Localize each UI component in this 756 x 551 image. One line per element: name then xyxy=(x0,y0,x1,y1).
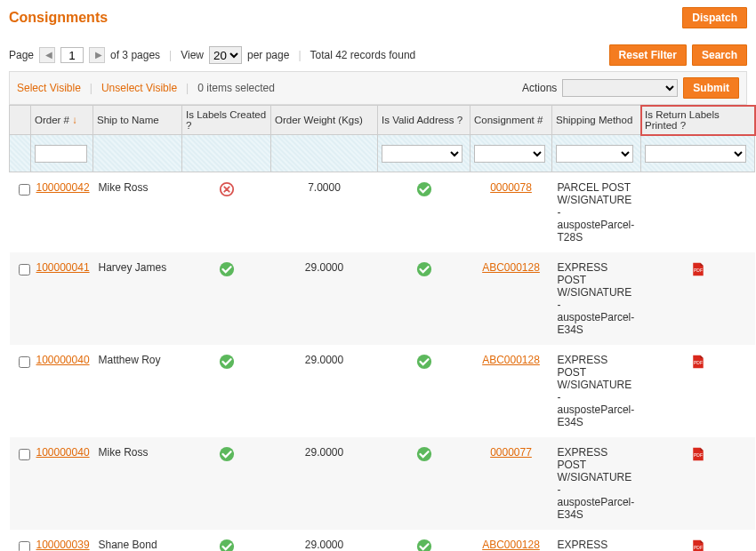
ship-to-cell: Mike Ross xyxy=(93,172,182,253)
return-labels-cell: PDF xyxy=(641,345,755,437)
valid-address-header[interactable]: Is Valid Address ? xyxy=(378,106,470,135)
order-link[interactable]: 100000040 xyxy=(36,446,90,459)
row-checkbox[interactable] xyxy=(19,264,30,276)
check-icon xyxy=(219,446,235,462)
row-checkbox[interactable] xyxy=(19,541,30,551)
check-icon xyxy=(416,261,432,277)
labels-created-cell xyxy=(182,530,271,551)
reset-filter-button[interactable]: Reset Filter xyxy=(609,44,687,66)
labels-created-cell xyxy=(182,172,271,253)
row-checkbox[interactable] xyxy=(19,449,30,460)
prev-page-button[interactable]: ◀ xyxy=(39,47,55,63)
actions-label: Actions xyxy=(522,82,557,94)
order-link[interactable]: 100000039 xyxy=(36,539,90,551)
consignment-link[interactable]: ABC000128 xyxy=(482,354,540,366)
pagination: Page ◀ ▶ of 3 pages | View 20 per page |… xyxy=(9,46,415,64)
total-records-label: Total 42 records found xyxy=(310,49,416,61)
shipping-method-cell: PARCEL POST W/SIGNATURE - ausposteParcel… xyxy=(552,172,641,253)
view-label: View xyxy=(181,49,204,61)
consignment-link[interactable]: ABC000128 xyxy=(482,539,540,551)
shipping-method-filter-select[interactable] xyxy=(556,145,633,163)
labels-created-cell xyxy=(182,252,271,345)
ship-to-header[interactable]: Ship to Name xyxy=(93,106,182,135)
cross-icon xyxy=(219,181,235,197)
table-row: 100000040Mike Ross29.00000000077EXPRESS … xyxy=(10,437,755,530)
weight-cell: 29.0000 xyxy=(271,437,378,530)
weight-cell: 29.0000 xyxy=(271,345,378,437)
sort-desc-icon: ↓ xyxy=(72,115,77,125)
consignment-header[interactable]: Consignment # xyxy=(470,106,552,135)
check-icon xyxy=(219,261,235,277)
dispatch-button[interactable]: Dispatch xyxy=(682,7,747,28)
shipping-method-header[interactable]: Shipping Method xyxy=(552,106,641,135)
order-header[interactable]: Order # ↓ xyxy=(31,106,93,135)
submit-button[interactable]: Submit xyxy=(683,77,739,99)
page-number-input[interactable] xyxy=(60,47,84,63)
consignment-link[interactable]: 0000077 xyxy=(490,446,532,459)
return-labels-cell xyxy=(641,172,755,253)
svg-text:PDF: PDF xyxy=(694,546,703,550)
consignments-table: Order # ↓ Ship to Name Is Labels Created… xyxy=(9,105,755,551)
weight-cell: 29.0000 xyxy=(271,530,378,551)
weight-cell: 29.0000 xyxy=(271,252,378,345)
order-weight-header[interactable]: Order Weight (Kgs) xyxy=(271,106,378,135)
consignment-cell: ABC000128 xyxy=(470,345,552,437)
consignment-link[interactable]: 0000078 xyxy=(490,181,532,194)
per-page-label: per page xyxy=(247,49,289,61)
shipping-method-cell: EXPRESS POST W/SIGNATURE - ausposteParce… xyxy=(552,530,641,551)
check-icon xyxy=(219,354,235,370)
table-row: 100000039Shane Bond29.0000ABC000128EXPRE… xyxy=(10,530,755,551)
next-page-button[interactable]: ▶ xyxy=(89,47,105,63)
ship-to-cell: Harvey James xyxy=(93,252,182,345)
pdf-icon[interactable]: PDF xyxy=(690,354,706,370)
return-labels-filter-select[interactable] xyxy=(645,145,746,163)
return-labels-header[interactable]: Is Return Labels Printed ? xyxy=(641,106,755,135)
return-labels-cell: PDF xyxy=(641,530,755,551)
items-selected-label: 0 items selected xyxy=(197,82,275,94)
svg-point-5 xyxy=(219,355,233,369)
valid-address-cell xyxy=(378,252,470,345)
row-checkbox[interactable] xyxy=(19,184,30,196)
pdf-icon[interactable]: PDF xyxy=(690,261,706,277)
svg-point-2 xyxy=(219,262,233,276)
order-link[interactable]: 100000040 xyxy=(36,354,90,366)
consignment-cell: 0000078 xyxy=(470,172,552,253)
consignment-link[interactable]: ABC000128 xyxy=(482,261,540,274)
total-pages-label: of 3 pages xyxy=(110,49,160,61)
separator: | xyxy=(90,82,92,94)
shipping-method-cell: EXPRESS POST W/SIGNATURE - ausposteParce… xyxy=(552,345,641,437)
select-visible-link[interactable]: Select Visible xyxy=(17,82,81,94)
pdf-icon[interactable]: PDF xyxy=(690,446,706,462)
return-labels-cell: PDF xyxy=(641,437,755,530)
consignment-cell: ABC000128 xyxy=(470,530,552,551)
valid-address-cell xyxy=(378,172,470,253)
checkbox-header xyxy=(10,106,31,135)
valid-address-filter-select[interactable] xyxy=(382,145,462,163)
ship-to-cell: Matthew Roy xyxy=(93,345,182,437)
svg-point-8 xyxy=(219,447,233,461)
return-labels-cell: PDF xyxy=(641,252,755,345)
svg-point-1 xyxy=(416,182,430,196)
row-checkbox[interactable] xyxy=(19,356,30,368)
check-icon xyxy=(219,539,235,551)
labels-created-header[interactable]: Is Labels Created ? xyxy=(182,106,271,135)
consignment-cell: ABC000128 xyxy=(470,252,552,345)
unselect-visible-link[interactable]: Unselect Visible xyxy=(101,82,177,94)
valid-address-cell xyxy=(378,437,470,530)
page-label: Page xyxy=(9,49,34,61)
per-page-select[interactable]: 20 xyxy=(209,46,242,64)
search-button[interactable]: Search xyxy=(692,44,747,66)
check-icon xyxy=(416,446,432,462)
table-row: 100000040Matthew Roy29.0000ABC000128EXPR… xyxy=(10,345,755,437)
svg-text:PDF: PDF xyxy=(694,453,703,458)
order-filter-input[interactable] xyxy=(35,145,87,163)
svg-point-3 xyxy=(416,262,430,276)
consignment-filter-select[interactable] xyxy=(474,145,545,163)
actions-select[interactable] xyxy=(562,79,678,97)
order-link[interactable]: 100000042 xyxy=(36,181,90,194)
order-link[interactable]: 100000041 xyxy=(36,261,90,274)
separator: | xyxy=(186,82,189,94)
page-title: Consignments xyxy=(9,10,108,26)
pdf-icon[interactable]: PDF xyxy=(690,539,706,551)
valid-address-cell xyxy=(378,345,470,437)
